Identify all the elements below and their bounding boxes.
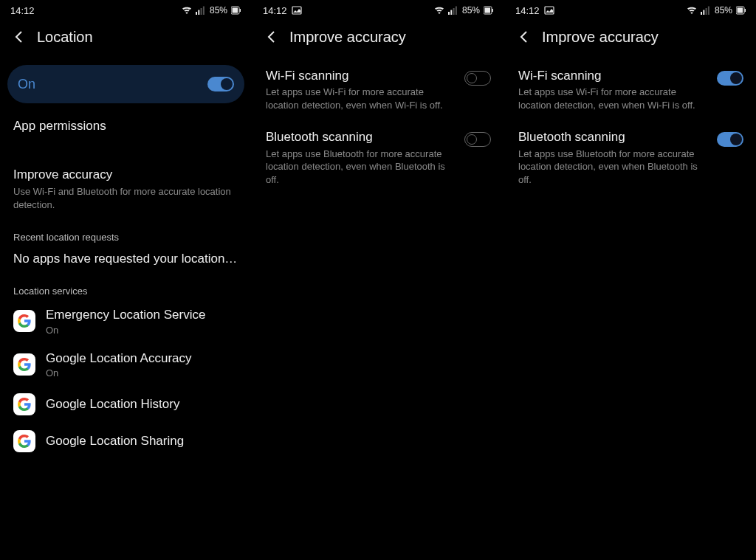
- improve-accuracy-screen-off: 14:12 85% Improve accuracy Wi-Fi scannin…: [252, 0, 504, 560]
- improve-accuracy-screen-on: 14:12 85% Improve accuracy Wi-Fi scannin…: [504, 0, 756, 560]
- app-permissions-row[interactable]: App permissions: [0, 108, 252, 145]
- wifi-scanning-row[interactable]: Wi-Fi scanning Let apps use Wi-Fi for mo…: [505, 55, 756, 116]
- service-title: Google Location Accuracy: [46, 350, 192, 366]
- wifi-icon: [182, 5, 192, 15]
- service-title: Emergency Location Service: [46, 307, 205, 322]
- app-bar: Improve accuracy: [505, 21, 756, 55]
- improve-accuracy-desc: Use Wi-Fi and Bluetooth for more accurat…: [13, 185, 238, 211]
- service-sub: On: [46, 325, 205, 336]
- signal-icon: [448, 5, 458, 15]
- page-title: Location: [37, 29, 93, 46]
- back-button[interactable]: [263, 27, 281, 47]
- status-bar: 14:12 85%: [252, 0, 504, 21]
- google-icon: [13, 393, 35, 415]
- back-button[interactable]: [10, 27, 28, 47]
- service-sub: On: [46, 367, 192, 378]
- service-title: Google Location History: [46, 396, 179, 412]
- battery-percent: 85%: [715, 5, 732, 15]
- gallery-icon: [292, 5, 302, 15]
- bluetooth-scanning-switch[interactable]: [464, 132, 491, 147]
- recent-requests-header: Recent location requests: [0, 221, 252, 246]
- signal-icon: [701, 5, 711, 15]
- status-time: 14:12: [263, 5, 287, 16]
- location-services-header: Location services: [0, 269, 252, 300]
- google-icon: [13, 353, 35, 376]
- wifi-scanning-desc: Let apps use Wi-Fi for more accurate loc…: [518, 86, 708, 111]
- wifi-scanning-switch[interactable]: [717, 71, 743, 86]
- status-time: 14:12: [10, 5, 35, 16]
- recent-requests-text: No apps have requested your location r..: [0, 246, 252, 269]
- service-google-location-accuracy[interactable]: Google Location Accuracy On: [0, 343, 252, 386]
- bluetooth-scanning-desc: Let apps use Bluetooth for more accurate…: [518, 148, 708, 187]
- app-bar: Improve accuracy: [252, 21, 504, 55]
- battery-percent: 85%: [210, 5, 227, 15]
- bluetooth-scanning-desc: Let apps use Bluetooth for more accurate…: [266, 148, 456, 187]
- service-google-location-sharing[interactable]: Google Location Sharing: [0, 423, 252, 460]
- battery-percent: 85%: [462, 5, 480, 15]
- page-title: Improve accuracy: [542, 29, 659, 46]
- app-bar: Location: [0, 21, 252, 55]
- wifi-scanning-title: Wi-Fi scanning: [518, 68, 708, 83]
- bluetooth-scanning-switch[interactable]: [717, 132, 743, 147]
- signal-icon: [196, 5, 206, 15]
- service-emergency-location[interactable]: Emergency Location Service On: [0, 300, 252, 342]
- page-title: Improve accuracy: [289, 29, 406, 46]
- service-google-location-history[interactable]: Google Location History: [0, 386, 252, 423]
- wifi-scanning-title: Wi-Fi scanning: [266, 68, 456, 83]
- status-bar: 14:12 85%: [505, 0, 756, 21]
- status-bar: 14:12 85%: [0, 0, 252, 21]
- bluetooth-scanning-row[interactable]: Bluetooth scanning Let apps use Bluetoot…: [505, 116, 756, 190]
- master-toggle-switch[interactable]: [207, 77, 234, 91]
- improve-accuracy-title: Improve accuracy: [13, 167, 238, 183]
- location-master-toggle[interactable]: On: [7, 65, 244, 103]
- master-toggle-label: On: [18, 77, 35, 92]
- service-title: Google Location Sharing: [46, 433, 184, 449]
- battery-icon: [231, 5, 241, 15]
- wifi-scanning-switch[interactable]: [464, 71, 491, 86]
- location-settings-screen: 14:12 85% Location On App permissions: [0, 0, 252, 560]
- app-permissions-label: App permissions: [13, 118, 238, 134]
- wifi-scanning-row[interactable]: Wi-Fi scanning Let apps use Wi-Fi for mo…: [252, 55, 504, 116]
- improve-accuracy-row[interactable]: Improve accuracy Use Wi-Fi and Bluetooth…: [0, 156, 252, 221]
- back-button[interactable]: [515, 27, 533, 47]
- google-icon: [13, 430, 35, 452]
- wifi-scanning-desc: Let apps use Wi-Fi for more accurate loc…: [266, 86, 456, 111]
- wifi-icon: [434, 5, 444, 15]
- bluetooth-scanning-row[interactable]: Bluetooth scanning Let apps use Bluetoot…: [252, 116, 504, 190]
- bluetooth-scanning-title: Bluetooth scanning: [518, 129, 708, 145]
- wifi-icon: [687, 5, 697, 15]
- status-time: 14:12: [515, 5, 540, 16]
- gallery-icon: [544, 5, 554, 15]
- battery-icon: [736, 5, 746, 15]
- google-icon: [13, 310, 35, 332]
- battery-icon: [484, 5, 494, 15]
- bluetooth-scanning-title: Bluetooth scanning: [266, 129, 456, 145]
